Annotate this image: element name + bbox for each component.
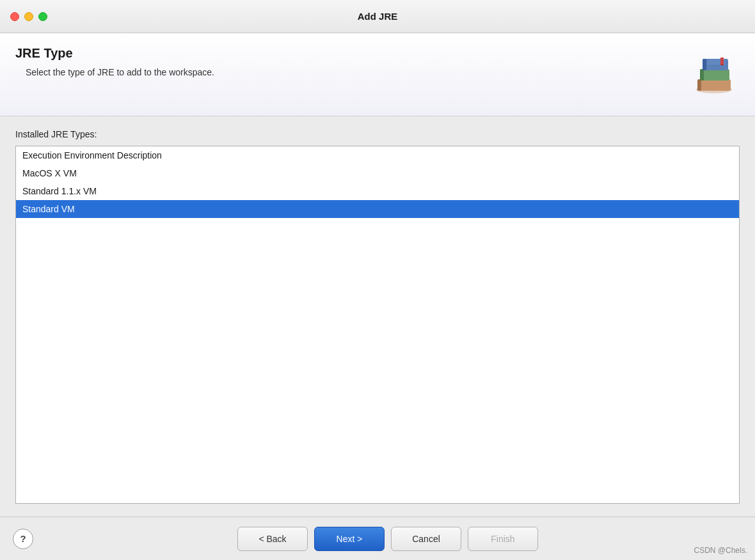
finish-button[interactable]: Finish bbox=[468, 527, 538, 551]
content-area: Installed JRE Types: Execution Environme… bbox=[0, 116, 755, 517]
watermark: CSDN @Chels. bbox=[694, 546, 747, 555]
next-label: Next > bbox=[337, 534, 363, 544]
page-title: JRE Type bbox=[15, 46, 678, 61]
window-controls bbox=[10, 12, 47, 21]
header-text: JRE Type Select the type of JRE to add t… bbox=[15, 46, 678, 77]
cancel-button[interactable]: Cancel bbox=[391, 527, 461, 551]
window-title: Add JRE bbox=[358, 11, 398, 22]
back-button[interactable]: < Back bbox=[237, 527, 308, 551]
maximize-button[interactable] bbox=[38, 12, 47, 21]
header-area: JRE Type Select the type of JRE to add t… bbox=[0, 33, 755, 116]
list-item[interactable]: Execution Environment Description bbox=[16, 146, 739, 164]
back-label: < Back bbox=[258, 534, 286, 544]
title-bar: Add JRE bbox=[0, 0, 755, 33]
help-icon: ? bbox=[20, 533, 26, 544]
svg-rect-3 bbox=[700, 69, 729, 81]
jre-types-list[interactable]: Execution Environment DescriptionMacOS X… bbox=[15, 146, 740, 504]
list-item[interactable]: Standard VM bbox=[16, 200, 739, 218]
page-subtitle: Select the type of JRE to add to the wor… bbox=[26, 67, 678, 77]
finish-label: Finish bbox=[491, 534, 514, 544]
minimize-button[interactable] bbox=[24, 12, 33, 21]
svg-rect-4 bbox=[700, 69, 704, 81]
list-label: Installed JRE Types: bbox=[15, 129, 740, 139]
next-button[interactable]: Next > bbox=[314, 527, 385, 551]
footer-left: ? bbox=[13, 529, 33, 549]
cancel-label: Cancel bbox=[412, 534, 440, 544]
books-icon bbox=[688, 46, 740, 97]
footer-buttons: < Back Next > Cancel Finish bbox=[33, 527, 742, 551]
svg-rect-6 bbox=[703, 59, 706, 70]
footer: ? < Back Next > Cancel Finish bbox=[0, 517, 755, 560]
help-button[interactable]: ? bbox=[13, 529, 33, 549]
svg-rect-2 bbox=[697, 79, 701, 91]
list-item[interactable]: Standard 1.1.x VM bbox=[16, 182, 739, 200]
close-button[interactable] bbox=[10, 12, 19, 21]
header-icon-container bbox=[688, 46, 740, 97]
svg-rect-1 bbox=[697, 79, 731, 91]
list-item[interactable]: MacOS X VM bbox=[16, 164, 739, 182]
